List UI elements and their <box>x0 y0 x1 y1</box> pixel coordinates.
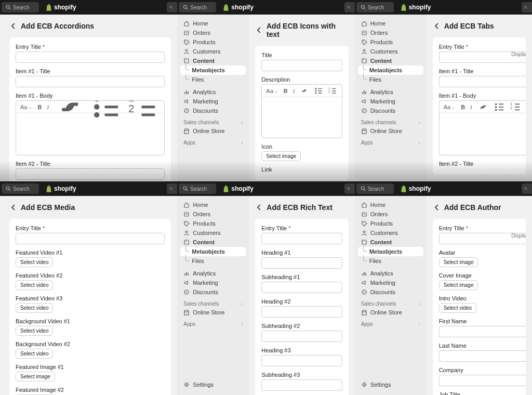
nav-online-store[interactable]: Online Store <box>358 308 423 317</box>
bullet-list-icon[interactable] <box>494 101 506 113</box>
nav-home[interactable]: Home <box>180 19 246 28</box>
h1-input[interactable] <box>261 257 342 269</box>
bullet-list-icon[interactable] <box>91 100 123 123</box>
entry-title-input[interactable] <box>16 51 165 63</box>
ordered-list-icon[interactable] <box>128 100 160 123</box>
nav-orders[interactable]: Orders <box>358 209 423 219</box>
bold-button[interactable]: B <box>461 104 465 110</box>
back-arrow-icon[interactable] <box>255 27 262 34</box>
nav-files[interactable]: Files <box>180 75 246 84</box>
italic-button[interactable]: I <box>470 104 472 110</box>
select-video-button[interactable]: Select video <box>16 280 53 290</box>
nav-discounts[interactable]: Discounts <box>358 287 423 297</box>
back-arrow-icon[interactable] <box>255 204 262 211</box>
back-arrow-icon[interactable] <box>9 22 17 30</box>
title-input[interactable] <box>261 60 342 71</box>
nav-marketing[interactable]: Marketing <box>358 278 423 287</box>
search-input[interactable]: Search <box>179 183 216 194</box>
search-right[interactable]: Search <box>522 2 532 12</box>
nav-home[interactable]: Home <box>180 200 246 209</box>
nav-discounts[interactable]: Discounts <box>180 106 246 115</box>
search-input[interactable]: Search <box>2 2 39 12</box>
nav-metaobjects[interactable]: Metaobjects <box>180 247 246 256</box>
nav-marketing[interactable]: Marketing <box>180 97 246 106</box>
nav-content[interactable]: Content <box>180 56 246 65</box>
search-input[interactable]: Search <box>2 183 39 194</box>
nav-orders[interactable]: Orders <box>180 209 246 219</box>
nav-orders[interactable]: Orders <box>180 28 246 37</box>
search-right[interactable]: Search <box>167 183 177 194</box>
select-video-button[interactable]: Select video <box>16 349 53 359</box>
company-input[interactable] <box>439 375 526 386</box>
nav-analytics[interactable]: Analytics <box>180 87 246 97</box>
nav-content[interactable]: Content <box>180 238 246 247</box>
s2-input[interactable] <box>261 331 342 342</box>
search-input[interactable]: Search <box>356 183 394 194</box>
back-arrow-icon[interactable] <box>9 204 17 211</box>
select-video-button[interactable]: Select video <box>16 326 53 336</box>
nav-settings[interactable]: Settings <box>180 378 246 391</box>
nav-analytics[interactable]: Analytics <box>358 269 423 278</box>
paragraph-style-dropdown[interactable]: Aa ⌄ <box>444 104 456 110</box>
nav-analytics[interactable]: Analytics <box>358 87 423 97</box>
paragraph-style-dropdown[interactable]: Aa ⌄ <box>20 104 32 110</box>
chevron-right-icon[interactable]: › <box>241 301 243 307</box>
nav-home[interactable]: Home <box>358 19 423 28</box>
nav-discounts[interactable]: Discounts <box>358 106 423 115</box>
nav-orders[interactable]: Orders <box>358 28 423 37</box>
nav-online-store[interactable]: Online Store <box>358 126 423 136</box>
nav-metaobjects[interactable]: Metaobjects <box>358 65 423 75</box>
chevron-right-icon[interactable]: › <box>419 301 420 307</box>
chevron-right-icon[interactable]: › <box>419 140 420 146</box>
select-image-button[interactable]: Select image <box>439 280 478 290</box>
h2-input[interactable] <box>261 306 342 318</box>
search-right[interactable]: Search <box>167 2 177 12</box>
nav-online-store[interactable]: Online Store <box>180 308 246 317</box>
select-image-button[interactable]: Select image <box>261 151 301 161</box>
select-image-button[interactable]: Select image <box>16 372 55 381</box>
ordered-list-icon[interactable] <box>510 101 522 113</box>
nav-content[interactable]: Content <box>358 238 423 247</box>
nav-settings[interactable]: Settings <box>358 378 423 391</box>
entry-title-input[interactable] <box>16 233 165 244</box>
chevron-right-icon[interactable]: › <box>241 140 243 146</box>
link-icon[interactable] <box>54 100 86 123</box>
search-input[interactable]: Search <box>356 2 394 12</box>
item2-title-input[interactable] <box>16 168 165 180</box>
bullet-list-icon[interactable] <box>314 86 323 95</box>
s1-input[interactable] <box>261 282 342 293</box>
nav-home[interactable]: Home <box>358 200 423 209</box>
nav-customers[interactable]: Customers <box>358 47 423 56</box>
ordered-list-icon[interactable] <box>328 86 337 95</box>
link-icon[interactable] <box>300 86 309 95</box>
nav-products[interactable]: Products <box>358 37 423 47</box>
chevron-right-icon[interactable]: › <box>241 120 243 125</box>
chevron-right-icon[interactable]: › <box>241 322 243 327</box>
nav-discounts[interactable]: Discounts <box>180 287 246 297</box>
back-arrow-icon[interactable] <box>433 204 440 211</box>
bold-button[interactable]: B <box>284 88 288 94</box>
nav-content[interactable]: Content <box>358 56 423 65</box>
h3-input[interactable] <box>261 355 342 366</box>
bold-button[interactable]: B <box>37 104 42 110</box>
nav-products[interactable]: Products <box>358 219 423 228</box>
nav-metaobjects[interactable]: Metaobjects <box>358 247 423 256</box>
nav-metaobjects[interactable]: Metaobjects <box>180 65 246 75</box>
rte-textarea[interactable] <box>262 97 341 138</box>
chevron-right-icon[interactable]: › <box>419 322 420 327</box>
firstname-input[interactable] <box>439 326 526 337</box>
entry-title-input[interactable] <box>261 233 342 244</box>
chevron-right-icon[interactable]: › <box>419 120 420 125</box>
search-right[interactable]: Search <box>344 2 355 12</box>
select-video-button[interactable]: Select video <box>16 303 53 313</box>
item1-title-input[interactable] <box>16 76 165 87</box>
nav-customers[interactable]: Customers <box>180 228 246 238</box>
search-right[interactable]: Search <box>344 183 355 194</box>
nav-marketing[interactable]: Marketing <box>358 97 423 106</box>
nav-products[interactable]: Products <box>180 37 246 47</box>
back-arrow-icon[interactable] <box>433 22 440 30</box>
paragraph-style-dropdown[interactable]: Aa ⌄ <box>266 88 278 94</box>
nav-files[interactable]: Files <box>358 256 423 266</box>
lastname-input[interactable] <box>439 350 526 362</box>
nav-customers[interactable]: Customers <box>358 228 423 238</box>
